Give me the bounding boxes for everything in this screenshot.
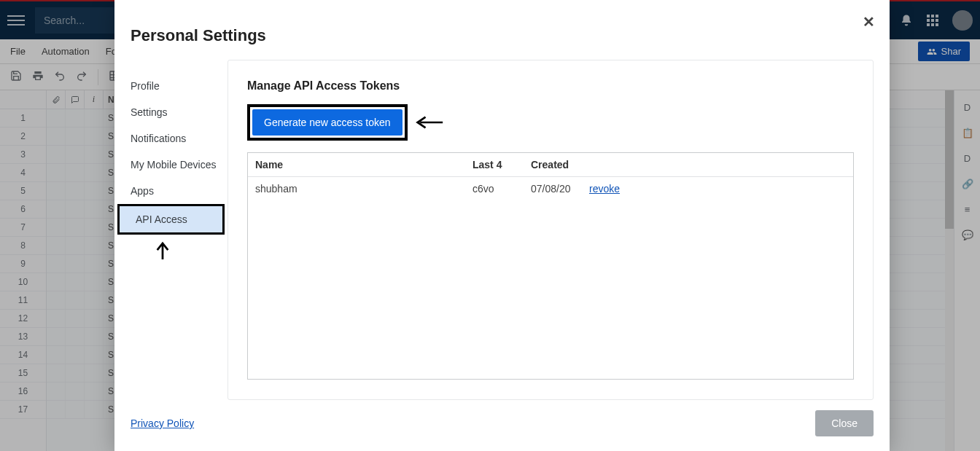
generate-token-button[interactable]: Generate new access token	[252, 109, 402, 136]
nav-api-access[interactable]: API Access	[120, 206, 222, 232]
modal-footer: Privacy Policy Close	[114, 400, 890, 451]
th-name: Name	[248, 153, 465, 176]
content-heading: Manage API Access Tokens	[247, 79, 854, 93]
th-action	[582, 153, 633, 176]
table-header-row: Name Last 4 Created	[248, 153, 853, 177]
nav-settings[interactable]: Settings	[114, 99, 228, 125]
callout-highlight-box: API Access	[117, 204, 225, 235]
cell-created: 07/08/20	[524, 177, 582, 200]
content-panel: Manage API Access Tokens Generate new ac…	[228, 60, 874, 400]
nav-profile[interactable]: Profile	[114, 73, 228, 99]
settings-nav: Profile Settings Notifications My Mobile…	[114, 60, 228, 400]
callout-arrow-left-icon	[415, 114, 444, 130]
table-row: shubhamc6vo07/08/20revoke	[248, 177, 853, 200]
close-button[interactable]: Close	[815, 410, 874, 436]
modal-body: Profile Settings Notifications My Mobile…	[114, 45, 890, 400]
revoke-link[interactable]: revoke	[589, 183, 620, 195]
modal-title: Personal Settings	[114, 0, 890, 45]
nav-notifications[interactable]: Notifications	[114, 125, 228, 152]
nav-mobile-devices[interactable]: My Mobile Devices	[114, 152, 228, 178]
token-table: Name Last 4 Created shubhamc6vo07/08/20r…	[247, 152, 854, 380]
settings-modal: ✕ Personal Settings Profile Settings Not…	[114, 0, 890, 451]
th-last4: Last 4	[465, 153, 524, 176]
th-created: Created	[524, 153, 582, 176]
cell-name: shubham	[248, 177, 465, 200]
privacy-link[interactable]: Privacy Policy	[131, 417, 194, 429]
close-icon[interactable]: ✕	[863, 13, 875, 31]
callout-arrow-up-icon	[155, 240, 171, 261]
nav-apps[interactable]: Apps	[114, 178, 228, 204]
cell-last4: c6vo	[465, 177, 524, 200]
generate-highlight-box: Generate new access token	[247, 104, 408, 141]
